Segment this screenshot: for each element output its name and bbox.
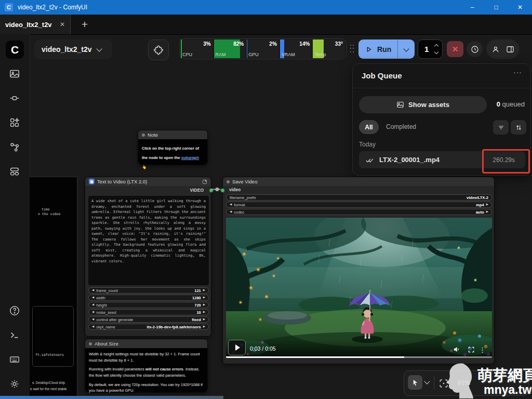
increment-icon[interactable]: ▶ <box>203 289 205 292</box>
increment-icon[interactable]: ▶ <box>203 318 205 321</box>
comfyui-app-icon: C <box>5 3 13 11</box>
video-play-button[interactable] <box>228 340 246 355</box>
media-assets-icon[interactable] <box>9 68 20 79</box>
note-node[interactable]: Note Click on the top-right corner of th… <box>138 130 208 165</box>
increment-icon[interactable]: ▶ <box>203 325 205 328</box>
widget-height[interactable]: ◀ height 720 ▶ <box>88 302 209 308</box>
zoom-level: 61% <box>458 379 470 387</box>
decrement-icon[interactable]: ◀ <box>230 203 232 206</box>
filter-completed[interactable]: Completed <box>386 123 416 130</box>
fullscreen-icon[interactable] <box>468 346 475 353</box>
tool-options-chevron-icon[interactable] <box>424 378 430 384</box>
job-queue-menu-button[interactable]: ··· <box>513 68 522 76</box>
decrement-icon[interactable]: ◀ <box>92 303 94 307</box>
video-progress-bar[interactable] <box>226 356 492 358</box>
help-icon[interactable] <box>9 305 20 316</box>
decrement-icon[interactable]: ◀ <box>92 318 94 321</box>
new-tab-button[interactable]: + <box>76 16 94 33</box>
video-output-label: VIDEO <box>190 188 204 193</box>
chevron-down-icon <box>96 46 102 51</box>
cancel-queue-button[interactable]: ✕ <box>447 41 463 57</box>
decrement-icon[interactable]: ◀ <box>92 325 94 328</box>
video-input-port[interactable] <box>220 188 225 193</box>
increment-icon[interactable]: ▶ <box>203 303 205 307</box>
maximize-button[interactable]: □ <box>484 0 508 15</box>
collapse-dot-icon[interactable] <box>89 342 92 345</box>
collapse-dot-icon[interactable] <box>227 180 230 183</box>
collapse-dot-icon[interactable] <box>142 134 145 137</box>
templates-icon[interactable] <box>9 166 20 177</box>
volume-icon[interactable] <box>453 345 461 353</box>
decrement-icon[interactable]: ◀ <box>92 311 94 314</box>
fit-view-icon[interactable] <box>439 379 448 388</box>
node-link-icon[interactable] <box>9 92 20 104</box>
minimize-button[interactable]: – <box>460 0 484 15</box>
about-size-node[interactable]: About Size Width & height settings must … <box>85 339 208 393</box>
filter-button[interactable] <box>493 120 509 135</box>
workflows-icon[interactable] <box>9 141 20 153</box>
open-subgraph-icon[interactable] <box>202 179 207 184</box>
subgraph-link[interactable]: subgraph <box>181 155 199 160</box>
user-icon[interactable] <box>491 45 500 54</box>
tab-video-ltx2-t2v[interactable]: video_ltx2_t2v ✕ <box>0 15 71 34</box>
sort-button[interactable] <box>511 120 526 135</box>
job-queue-panel: Job Queue ··· Show assets 0 queued All C… <box>352 63 531 176</box>
widget-format[interactable]: ◀ format mp4 ▶ <box>226 202 492 208</box>
keyboard-shortcuts-icon[interactable] <box>9 354 20 365</box>
gpu-monitor: GPU 2% <box>247 39 279 58</box>
batch-count-stepper[interactable]: 1 <box>418 39 443 59</box>
subgraph-node-icon: ▣ <box>89 179 95 184</box>
settings-icon[interactable] <box>9 378 20 390</box>
close-button[interactable]: ✕ <box>508 0 532 15</box>
bottom-edge-strip <box>0 396 223 399</box>
filter-all-pill[interactable]: All <box>359 120 379 134</box>
decrement-icon[interactable]: ◀ <box>92 296 94 299</box>
video-preview-scene <box>226 218 492 358</box>
note-node-header[interactable]: Note <box>138 130 207 139</box>
widget-frame-count[interactable]: ◀ frame_count 121 ▶ <box>88 287 209 294</box>
increment-icon[interactable]: ▶ <box>203 311 205 314</box>
widget-filename-prefix[interactable]: filename_prefix video/LTX-2 <box>226 194 492 201</box>
terminal-icon[interactable] <box>9 329 20 341</box>
workflow-name-dropdown[interactable]: video_ltx2_t2v <box>34 39 112 59</box>
save-video-header[interactable]: Save Video <box>223 177 494 186</box>
widget-ckpt-name[interactable]: ◀ ckpt_name ltx-2-19b-dev-fp8.safetensor… <box>88 324 209 330</box>
decrement-icon[interactable] <box>434 50 438 54</box>
toolbar-drag-handle[interactable] <box>350 45 355 53</box>
video-time: 0:03 / 0:05 <box>250 345 276 352</box>
widget-noise-seed[interactable]: ◀ noise_seed 10 ▶ <box>88 309 209 315</box>
tab-close-icon[interactable]: ✕ <box>60 21 65 28</box>
run-button[interactable]: Run <box>358 39 415 59</box>
decrement-icon[interactable]: ◀ <box>230 210 232 214</box>
prompt-textarea[interactable]: A wide shot of a cute little girl walkin… <box>88 196 209 285</box>
decrement-icon[interactable]: ◀ <box>92 289 94 292</box>
manager-puzzle-button[interactable] <box>148 39 169 60</box>
video-preview[interactable]: 0:03 / 0:05 ⋮ <box>226 218 492 358</box>
select-tool-button[interactable] <box>408 375 422 390</box>
run-options-chevron-icon[interactable] <box>404 46 409 51</box>
filter-icon <box>497 124 505 131</box>
show-assets-button[interactable]: Show assets <box>359 96 487 113</box>
widget-width[interactable]: ◀ width 1280 ▶ <box>88 295 209 301</box>
today-section-label: Today <box>359 141 376 148</box>
increment-icon[interactable]: ▶ <box>486 210 488 214</box>
comfyui-window: C video_ltx2_t2v - ComfyUI – □ ✕ video_l… <box>0 0 532 399</box>
resource-monitor-group: CPU 3% RAM 82% GPU 2% VRAM 14% Temp 33° <box>179 38 347 59</box>
panel-toggle-icon[interactable] <box>506 45 515 54</box>
window-title: video_ltx2_t2v - ComfyUI <box>18 4 87 11</box>
increment-icon[interactable]: ▶ <box>486 203 488 206</box>
save-video-node[interactable]: Save Video video filename_prefix video/L… <box>222 177 495 364</box>
widget-control-after-generate[interactable]: ◀ control after generate fixed ▶ <box>88 316 209 323</box>
partial-offscreen-node: time n the video ft.safetensors s. Deskt… <box>30 177 77 399</box>
text-to-video-node[interactable]: ▣ Text to Video (LTX 2.0) VIDEO A wide s… <box>85 177 211 337</box>
history-button[interactable] <box>467 41 483 57</box>
video-menu-icon[interactable]: ⋮ <box>479 346 486 354</box>
widget-codec[interactable]: ◀ codec auto ▶ <box>226 209 492 215</box>
t2v-node-header[interactable]: ▣ Text to Video (LTX 2.0) <box>85 177 211 186</box>
increment-icon[interactable]: ▶ <box>203 296 205 299</box>
model-library-icon[interactable] <box>9 117 20 128</box>
about-size-header[interactable]: About Size <box>85 339 207 348</box>
assets-image-icon <box>396 101 404 109</box>
increment-icon[interactable] <box>434 44 438 48</box>
annotation-highlight-box <box>482 149 530 174</box>
